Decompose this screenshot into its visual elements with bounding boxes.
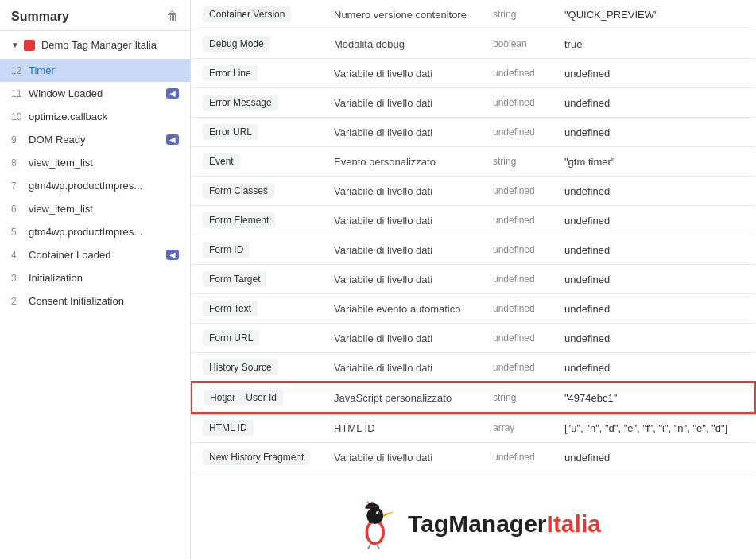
variable-name-cell: Form URL	[192, 324, 323, 353]
variable-name-cell: Form ID	[192, 235, 323, 265]
svg-marker-10	[366, 502, 380, 506]
sidebar-item[interactable]: 12Timer	[0, 59, 190, 82]
item-number: 10	[11, 111, 29, 122]
variable-description: Variabile di livello dati	[323, 206, 482, 235]
variable-name: History Source	[203, 359, 278, 375]
variable-type: boolean	[482, 29, 553, 59]
variable-name-cell: HTML ID	[192, 413, 323, 443]
variable-name: Form Classes	[203, 183, 274, 199]
table-row: Form IDVariabile di livello datiundefine…	[192, 235, 755, 265]
variable-name: Container Version	[203, 6, 291, 22]
table-row: Error LineVariabile di livello datiundef…	[192, 59, 755, 88]
variable-description: Variabile di livello dati	[323, 265, 482, 294]
variable-name: Form ID	[203, 242, 250, 258]
variable-name: HTML ID	[203, 420, 254, 436]
variable-name-cell: History Source	[192, 353, 323, 383]
item-number: 7	[11, 181, 29, 192]
variable-name-cell: Form Element	[192, 206, 323, 235]
sidebar-item[interactable]: 8view_item_list	[0, 151, 190, 174]
item-label: optimize.callback	[29, 111, 179, 122]
variable-value: undefined	[553, 88, 755, 118]
item-badge: ◀	[166, 250, 179, 260]
variable-type: array	[482, 413, 553, 443]
sidebar-item[interactable]: 2Consent Initialization	[0, 289, 190, 312]
item-label: view_item_list	[29, 157, 179, 169]
variable-name: Hotjar – User Id	[204, 390, 283, 406]
variable-description: Variabile di livello dati	[323, 88, 482, 118]
logo-text-black: TagManager	[408, 510, 546, 537]
sidebar-item[interactable]: 9DOM Ready◀	[0, 128, 190, 151]
variable-description: Variabile di livello dati	[323, 59, 482, 88]
item-number: 9	[11, 134, 29, 146]
sidebar-item[interactable]: 10optimize.callback	[0, 105, 190, 128]
variable-name: Event	[203, 153, 240, 169]
sidebar: Summary 🗑 ▼ Demo Tag Manager Italia 12Ti…	[0, 0, 191, 559]
variable-type: undefined	[482, 235, 553, 265]
variable-name-cell: Error URL	[192, 118, 323, 147]
item-number: 6	[11, 204, 29, 215]
item-badge: ◀	[166, 134, 179, 145]
variable-value: undefined	[553, 265, 755, 294]
variable-name-cell: Container Version	[192, 0, 323, 29]
variable-description: Variabile di livello dati	[323, 353, 482, 383]
table-row: History SourceVariabile di livello datiu…	[192, 353, 755, 383]
table-row: Debug ModeModalità debugbooleantrue	[192, 29, 755, 59]
variable-value: "gtm.timer"	[553, 147, 755, 177]
sidebar-header: Summary 🗑	[0, 0, 190, 31]
variable-type: undefined	[482, 177, 553, 206]
table-row: HTML IDHTML IDarray["u", "n", "d", "e", …	[192, 413, 755, 443]
variable-type: string	[482, 147, 553, 177]
variable-type: undefined	[482, 206, 553, 235]
variable-name-cell: Form Text	[192, 294, 323, 324]
table-row: Container VersionNumero versione conteni…	[192, 0, 755, 29]
item-label: Initialization	[29, 272, 179, 284]
item-label: view_item_list	[29, 203, 179, 215]
variable-type: undefined	[482, 324, 553, 353]
item-label: gtm4wp.productImpres...	[29, 226, 179, 238]
variable-name-cell: Hotjar – User Id	[192, 382, 323, 413]
sidebar-item[interactable]: 3Initialization	[0, 266, 190, 289]
bottom-logo: TagManagerItalia	[191, 472, 756, 559]
variable-value: ["u", "n", "d", "e", "f", "i", "n", "e",…	[553, 413, 755, 443]
variable-value: undefined	[553, 235, 755, 265]
sidebar-item[interactable]: 6view_item_list	[0, 197, 190, 220]
sidebar-item[interactable]: 4Container Loaded◀	[0, 243, 190, 266]
table-row: New History FragmentVariabile di livello…	[192, 443, 755, 472]
table-row: Form URLVariabile di livello datiundefin…	[192, 324, 755, 353]
svg-marker-3	[383, 511, 394, 517]
variable-value: undefined	[553, 177, 755, 206]
variable-type: undefined	[482, 88, 553, 118]
table-row: Error MessageVariabile di livello datiun…	[192, 88, 755, 118]
sidebar-item[interactable]: 11Window Loaded◀	[0, 82, 190, 105]
svg-rect-9	[366, 506, 380, 509]
variable-name: Form Element	[203, 212, 275, 228]
variable-value: "4974ebc1"	[553, 382, 755, 413]
trash-icon[interactable]: 🗑	[166, 10, 179, 24]
logo-text-red: Italia	[547, 510, 601, 537]
variable-value: "QUICK_PREVIEW"	[553, 0, 755, 29]
variable-value: undefined	[553, 118, 755, 147]
chevron-down-icon: ▼	[11, 41, 19, 49]
red-square-icon	[24, 40, 35, 51]
sidebar-item[interactable]: 7gtm4wp.productImpres...	[0, 174, 190, 197]
variable-type: undefined	[482, 59, 553, 88]
variable-name: Form URL	[203, 330, 259, 346]
item-number: 8	[11, 157, 29, 169]
sidebar-item[interactable]: 5gtm4wp.productImpres...	[0, 220, 190, 243]
variable-description: Variabile di livello dati	[323, 443, 482, 472]
bird-logo-icon	[346, 496, 401, 552]
variable-value: undefined	[553, 353, 755, 383]
svg-line-7	[368, 544, 371, 549]
variable-value: undefined	[553, 443, 755, 472]
variable-name-cell: Form Classes	[192, 177, 323, 206]
variable-name: Error Message	[203, 95, 278, 111]
variable-description: Evento personalizzato	[323, 147, 482, 177]
demo-tag-label: Demo Tag Manager Italia	[41, 39, 157, 51]
variable-description: HTML ID	[323, 413, 482, 443]
item-label: Window Loaded	[29, 87, 162, 99]
svg-point-5	[378, 512, 379, 514]
demo-tag-item[interactable]: ▼ Demo Tag Manager Italia	[0, 31, 190, 59]
item-number: 12	[11, 65, 29, 76]
variable-name: New History Fragment	[203, 449, 310, 465]
item-number: 11	[11, 88, 29, 99]
